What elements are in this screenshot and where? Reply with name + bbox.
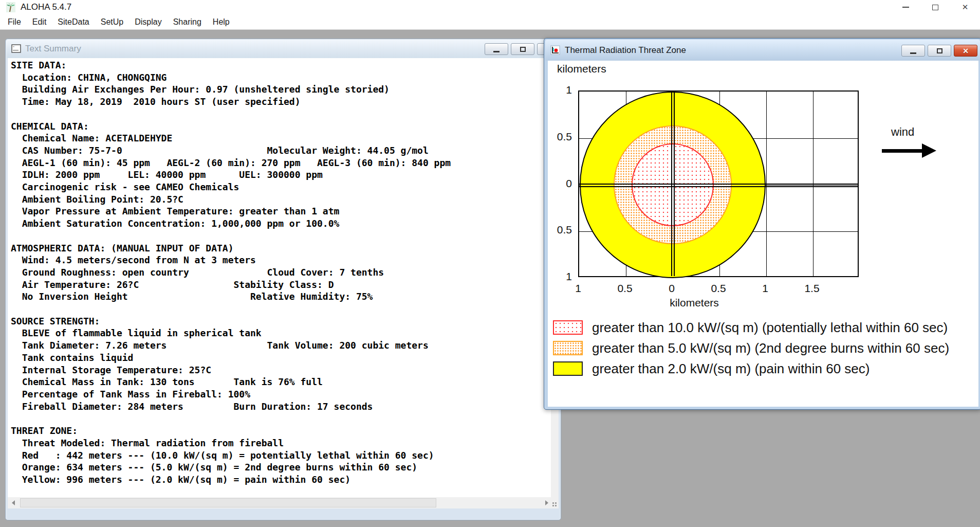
y-tick-label: 0.5 <box>548 224 572 236</box>
y-tick-label: 0 <box>548 177 572 190</box>
threat-zone-window-buttons: ✕ <box>901 45 977 57</box>
aloha-app-root: { "app": { "title": "ALOHA 5.4.7", "menu… <box>0 0 980 527</box>
app-maximize-button[interactable] <box>920 0 950 14</box>
threat-zone-content: kilometers kilometers 10.500.511.510.500… <box>548 61 978 407</box>
text-summary-titlebar[interactable]: " Text Summary <box>6 40 560 58</box>
x-tick-label: 0.5 <box>711 282 726 295</box>
menu-item-file[interactable]: File <box>2 15 27 29</box>
resize-grip[interactable] <box>551 497 559 508</box>
threat-zone-window: Thermal Radiation Threat Zone ✕ kilomete… <box>544 38 980 410</box>
legend-row-orange: greater than 5.0 kW/(sq m) (2nd degree b… <box>553 340 949 356</box>
x-tick-label: 1 <box>762 282 768 295</box>
threat-zone-minimize-button[interactable] <box>901 45 925 57</box>
horizontal-scrollbar[interactable] <box>8 497 552 508</box>
y-axis-title: kilometers <box>557 63 606 75</box>
menu-item-sitedata[interactable]: SiteData <box>52 15 95 29</box>
threat-zone-maximize-button[interactable] <box>928 45 951 57</box>
svg-text:": " <box>13 45 14 50</box>
legend-swatch-red <box>553 320 583 335</box>
aloha-palm-icon <box>6 2 15 12</box>
threat-zone-plot <box>578 90 859 277</box>
menu-item-display[interactable]: Display <box>129 15 167 29</box>
legend-swatch-yellow <box>553 361 583 376</box>
x-tick-label: 0 <box>669 282 675 295</box>
app-minimize-button[interactable] <box>891 0 920 14</box>
legend-row-yellow: greater than 2.0 kW/(sq m) (pain within … <box>553 360 870 377</box>
x-tick-label: 1.5 <box>804 282 819 295</box>
menu-item-edit[interactable]: Edit <box>27 15 52 29</box>
horizontal-scroll-thumb[interactable] <box>20 498 436 507</box>
text-summary-minimize-button[interactable] <box>485 43 508 55</box>
source-crosshair <box>674 92 675 276</box>
text-summary-maximize-button[interactable] <box>511 43 534 55</box>
menu-item-setup[interactable]: SetUp <box>95 15 129 29</box>
app-title: ALOHA 5.4.7 <box>21 2 71 12</box>
x-tick-label: 0.5 <box>617 282 632 295</box>
y-tick-label: 0.5 <box>548 131 572 143</box>
threat-zone-titlebar[interactable]: Thermal Radiation Threat Zone ✕ <box>545 40 980 61</box>
x-tick-label: 1 <box>575 282 581 295</box>
threat-zone-chart-icon <box>550 45 560 55</box>
text-summary-text: SITE DATA: Location: CHINA, CHONGQING Bu… <box>8 58 552 486</box>
app-window-controls: ✕ <box>891 0 980 14</box>
menu-bar: FileEditSiteDataSetUpDisplaySharingHelp <box>0 14 980 30</box>
text-summary-window: " Text Summary SITE DATA: Location: CHIN… <box>5 39 561 520</box>
legend-label-red: greater than 10.0 kW/(sq m) (potentially… <box>592 320 948 336</box>
text-summary-content: SITE DATA: Location: CHINA, CHONGQING Bu… <box>8 58 552 508</box>
legend-swatch-orange <box>553 341 583 355</box>
threat-zone-circle-red <box>632 143 714 226</box>
threat-zone-title: Thermal Radiation Threat Zone <box>565 45 686 56</box>
text-summary-doc-icon: " <box>11 44 21 54</box>
wind-arrow-icon <box>882 149 923 153</box>
wind-label: wind <box>891 125 914 139</box>
wind-arrow-head-icon <box>922 143 936 158</box>
x-axis-title: kilometers <box>661 297 728 309</box>
legend-label-orange: greater than 5.0 kW/(sq m) (2nd degree b… <box>592 340 949 356</box>
y-tick-label: 1 <box>548 270 572 283</box>
text-summary-title: Text Summary <box>25 44 81 54</box>
source-crosshair <box>579 186 858 187</box>
source-crosshair <box>579 184 858 185</box>
threat-zone-close-button[interactable]: ✕ <box>954 45 977 57</box>
legend-label-yellow: greater than 2.0 kW/(sq m) (pain within … <box>592 361 870 377</box>
legend-row-red: greater than 10.0 kW/(sq m) (potentially… <box>553 319 948 336</box>
app-titlebar: ALOHA 5.4.7 ✕ <box>0 0 980 14</box>
y-tick-label: 1 <box>548 84 572 96</box>
menu-item-sharing[interactable]: Sharing <box>168 15 207 29</box>
app-close-button[interactable]: ✕ <box>950 0 980 14</box>
source-crosshair <box>671 92 672 276</box>
menu-item-help[interactable]: Help <box>207 15 235 29</box>
scroll-left-button[interactable] <box>8 497 19 508</box>
